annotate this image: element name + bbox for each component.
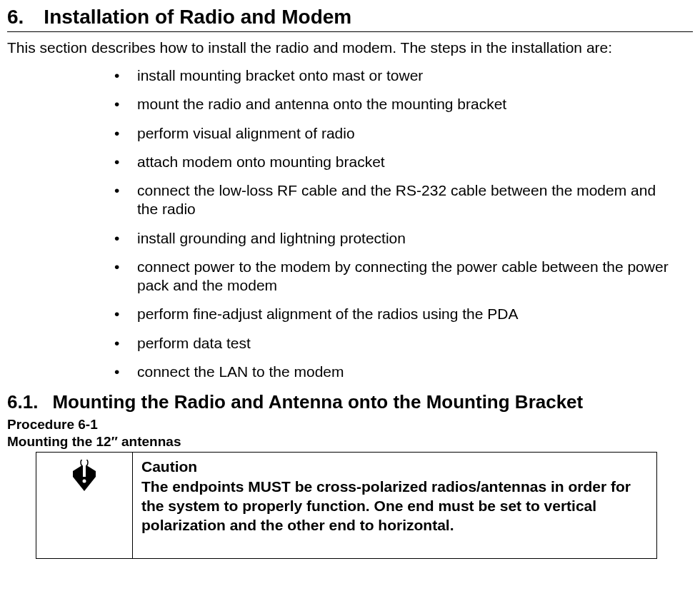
section-heading: 6.Installation of Radio and Modem <box>7 6 693 32</box>
procedure-label: Procedure 6-1 <box>7 416 693 433</box>
list-item: connect power to the modem by connecting… <box>114 258 679 296</box>
subsection-title: Mounting the Radio and Antenna onto the … <box>52 391 583 413</box>
section-title: Installation of Radio and Modem <box>44 6 351 28</box>
list-item: perform data test <box>114 334 679 353</box>
caution-title: Caution <box>141 458 648 475</box>
caution-icon-cell <box>36 453 133 558</box>
list-item: connect the LAN to the modem <box>114 363 679 381</box>
list-item: attach modem onto mounting bracket <box>114 153 679 171</box>
caution-content: Caution The endpoints MUST be cross-pola… <box>133 453 656 558</box>
install-steps-list: install mounting bracket onto mast or to… <box>7 66 693 381</box>
caution-text: The endpoints MUST be cross-polarized ra… <box>141 477 648 535</box>
caution-box: Caution The endpoints MUST be cross-pola… <box>36 452 657 559</box>
intro-paragraph: This section describes how to install th… <box>7 39 693 56</box>
subsection-heading: 6.1.Mounting the Radio and Antenna onto … <box>7 391 693 413</box>
list-item: connect the low-loss RF cable and the RS… <box>114 181 679 219</box>
section-number: 6. <box>7 6 24 29</box>
list-item: perform visual alignment of radio <box>114 124 679 143</box>
list-item: install grounding and lightning protecti… <box>114 229 679 248</box>
svg-point-1 <box>83 479 86 483</box>
list-item: mount the radio and antenna onto the mou… <box>114 95 679 113</box>
subsection-number: 6.1. <box>7 391 38 413</box>
procedure-subtitle: Mounting the 12″ antennas <box>7 433 693 450</box>
caution-icon <box>69 460 100 494</box>
list-item: perform fine-adjust alignment of the rad… <box>114 305 679 323</box>
list-item: install mounting bracket onto mast or to… <box>114 66 679 85</box>
